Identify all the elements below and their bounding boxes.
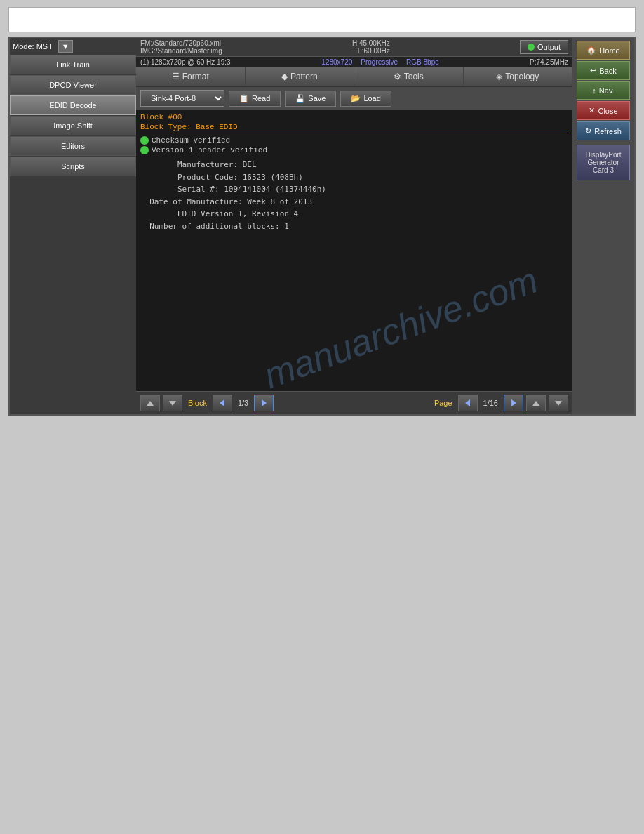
save-label: Save	[308, 94, 326, 102]
block-number: Block #00	[140, 113, 568, 121]
read-button[interactable]: 📋 Read	[229, 91, 281, 107]
status-scan: Progressive	[361, 58, 398, 66]
nav-down-right-icon	[555, 401, 562, 406]
block-page: 1/3	[238, 399, 248, 407]
refresh-icon: ↻	[585, 126, 591, 135]
status-bar: (1) 1280x720p @ 60 Hz 19:3 1280x720 Prog…	[136, 57, 572, 67]
tab-format[interactable]: ☰ Format	[136, 67, 246, 86]
tools-icon: ⚙	[394, 72, 401, 81]
f-rate: F:60.00Hz	[358, 47, 390, 55]
nav-up-left-button[interactable]	[140, 395, 160, 411]
back-icon: ↩	[590, 66, 596, 75]
nav-down-left-button[interactable]	[163, 395, 182, 411]
displayport-card-badge[interactable]: DisplayPortGeneratorCard 3	[577, 145, 630, 180]
page-prev-button[interactable]	[458, 395, 478, 411]
block-next-button[interactable]	[254, 395, 274, 411]
left-sidebar: Mode: MST ▼ Link Train DPCD Viewer EDID …	[10, 38, 136, 414]
load-button[interactable]: 📂 Load	[340, 91, 391, 107]
load-label: Load	[363, 94, 380, 102]
pattern-icon: ◆	[281, 72, 288, 81]
format-icon: ☰	[172, 72, 180, 81]
nav-up-right-icon	[532, 401, 539, 406]
nav-down-left-icon	[169, 401, 176, 406]
nav-down-right-button[interactable]	[549, 395, 568, 411]
mode-label-text: Mode: MST	[13, 42, 53, 51]
bottom-nav: Block 1/3 Page 1/16	[136, 391, 572, 414]
nav-up-right-button[interactable]	[526, 395, 546, 411]
output-label: Output	[537, 43, 561, 51]
tab-tools-label: Tools	[404, 72, 424, 81]
version-item: Version 1 header verified	[140, 146, 568, 154]
sidebar-buttons: Link Train DPCD Viewer EDID Decode Image…	[10, 55, 136, 177]
page-label: Page	[434, 399, 452, 407]
edid-decode-button[interactable]: EDID Decode	[10, 95, 136, 115]
save-button[interactable]: 💾 Save	[285, 91, 336, 107]
h-rate: H:45.00KHz	[352, 39, 390, 47]
tab-topology-label: Topology	[505, 72, 539, 81]
tab-topology[interactable]: ◈ Topology	[464, 67, 573, 86]
scripts-button[interactable]: Scripts	[10, 157, 136, 176]
displayport-label: DisplayPortGeneratorCard 3	[585, 151, 621, 174]
page-next-button[interactable]	[504, 395, 523, 411]
block-next-icon	[262, 399, 267, 406]
save-icon: 💾	[295, 94, 305, 103]
header-right: H:45.00KHz F:60.00Hz	[352, 39, 390, 55]
output-status-dot	[528, 44, 535, 51]
mode-header: Mode: MST ▼	[10, 38, 136, 55]
version-text: Version 1 header verified	[152, 146, 267, 154]
header-left: FM:/Standard/720p60.xml IMG:/Standard/Ma…	[140, 39, 222, 55]
home-button[interactable]: 🏠 Home	[577, 41, 630, 60]
center-content: FM:/Standard/720p60.xml IMG:/Standard/Ma…	[136, 38, 572, 414]
output-button[interactable]: Output	[520, 40, 568, 54]
dpcd-viewer-button[interactable]: DPCD Viewer	[10, 75, 136, 95]
main-container: Mode: MST ▼ Link Train DPCD Viewer EDID …	[8, 37, 636, 416]
block-prev-button[interactable]	[213, 395, 232, 411]
tab-pattern-label: Pattern	[290, 72, 318, 81]
status-left: (1) 1280x720p @ 60 Hz 19:3	[140, 58, 231, 66]
read-icon: 📋	[239, 94, 249, 103]
link-train-button[interactable]: Link Train	[10, 55, 136, 74]
top-bar	[8, 7, 636, 32]
close-icon: ✕	[589, 106, 595, 115]
edid-data: Manufacturer: DEL Product Code: 16523 (4…	[140, 159, 568, 233]
load-icon: 📂	[351, 94, 361, 103]
tab-format-label: Format	[182, 72, 209, 81]
status-center: 1280x720 Progressive RGB 8bpc	[321, 58, 438, 66]
back-button[interactable]: ↩ Back	[577, 61, 630, 80]
status-right: P:74.25MHz	[530, 58, 568, 66]
mode-dropdown[interactable]: ▼	[58, 40, 73, 53]
page-prev-icon	[465, 399, 470, 406]
close-button[interactable]: ✕ Close	[577, 101, 630, 120]
checksum-text: Checksum verified	[152, 136, 230, 145]
content-area: Block #00 Block Type: Base EDID Checksum…	[136, 110, 572, 391]
nav-button[interactable]: ↕ Nav.	[577, 81, 630, 100]
nav-up-left-icon	[147, 401, 154, 406]
editors-button[interactable]: Editors	[10, 136, 136, 156]
topology-icon: ◈	[496, 72, 502, 81]
page-next-icon	[511, 399, 516, 406]
tab-tools[interactable]: ⚙ Tools	[354, 67, 464, 86]
home-icon: 🏠	[586, 46, 596, 55]
image-shift-button[interactable]: Image Shift	[10, 116, 136, 135]
img-path: IMG:/Standard/Master.img	[140, 47, 222, 55]
read-label: Read	[252, 94, 270, 102]
block-type: Block Type: Base EDID	[140, 123, 568, 133]
page-number: 1/16	[483, 399, 498, 407]
status-resolution: 1280x720	[321, 58, 352, 66]
tab-pattern[interactable]: ◆ Pattern	[246, 67, 355, 86]
close-label: Close	[598, 107, 617, 115]
refresh-label: Refresh	[594, 127, 622, 135]
nav-icon: ↕	[592, 86, 596, 95]
checksum-dot	[140, 136, 149, 145]
checksum-item: Checksum verified	[140, 136, 568, 145]
sink-dropdown[interactable]: Sink-4 Port-8	[140, 90, 224, 107]
back-label: Back	[599, 67, 616, 75]
status-color: RGB 8bpc	[406, 58, 438, 66]
right-sidebar: 🏠 Home ↩ Back ↕ Nav. ✕ Close ↻ Refresh D…	[572, 38, 634, 414]
refresh-button[interactable]: ↻ Refresh	[577, 121, 630, 140]
nav-label-right: Nav.	[599, 86, 615, 95]
header-section: FM:/Standard/720p60.xml IMG:/Standard/Ma…	[136, 38, 572, 57]
version-dot	[140, 146, 149, 154]
block-prev-icon	[220, 399, 224, 406]
block-label: Block	[188, 399, 207, 407]
